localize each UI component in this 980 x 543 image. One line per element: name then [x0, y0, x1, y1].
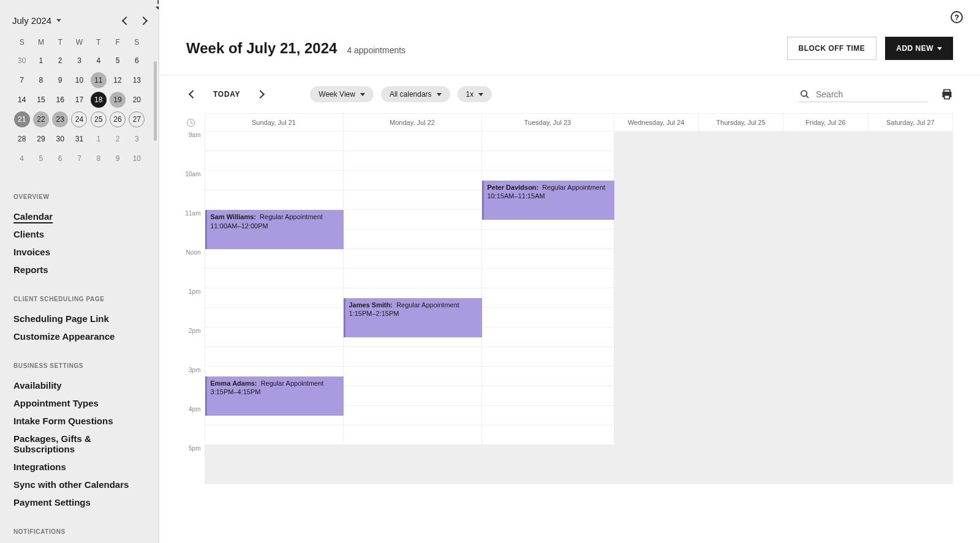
- time-slot[interactable]: [698, 367, 783, 386]
- time-slot[interactable]: [343, 406, 481, 425]
- time-slot[interactable]: [343, 445, 481, 465]
- time-slot[interactable]: [205, 465, 343, 484]
- time-slot[interactable]: [868, 171, 952, 190]
- mini-day[interactable]: 14: [14, 92, 30, 108]
- mini-day[interactable]: 10: [129, 151, 145, 167]
- nav-item-integrations[interactable]: Integrations: [13, 458, 145, 476]
- time-slot[interactable]: [698, 132, 783, 151]
- time-slot[interactable]: [868, 308, 952, 328]
- time-slot[interactable]: [614, 190, 698, 210]
- time-slot[interactable]: [614, 406, 698, 425]
- time-slot[interactable]: [698, 210, 783, 230]
- time-slot[interactable]: [868, 367, 952, 386]
- nav-item-appointment-types[interactable]: Appointment Types: [13, 394, 145, 412]
- mini-day[interactable]: 4: [14, 151, 30, 167]
- mini-day[interactable]: 25: [91, 111, 107, 127]
- time-slot[interactable]: [614, 132, 698, 151]
- time-slot[interactable]: [698, 347, 783, 367]
- today-button[interactable]: TODAY: [206, 90, 247, 99]
- month-selector[interactable]: July 2024: [12, 15, 61, 26]
- next-month-button[interactable]: [139, 16, 148, 24]
- time-slot[interactable]: [783, 190, 868, 210]
- time-slot[interactable]: [205, 308, 343, 328]
- time-slot[interactable]: [614, 269, 698, 288]
- time-slot[interactable]: [205, 249, 343, 269]
- add-new-button[interactable]: ADD NEW: [885, 37, 953, 60]
- mini-day[interactable]: 17: [71, 92, 87, 108]
- time-slot[interactable]: [343, 269, 481, 288]
- time-slot[interactable]: [868, 230, 952, 249]
- time-slot[interactable]: [783, 132, 868, 151]
- time-slot[interactable]: [481, 328, 614, 347]
- time-slot[interactable]: [343, 249, 481, 269]
- time-slot[interactable]: [698, 445, 783, 465]
- mini-day[interactable]: 15: [33, 92, 49, 108]
- time-slot[interactable]: [614, 308, 698, 328]
- time-slot[interactable]: [343, 230, 481, 249]
- time-slot[interactable]: [868, 425, 952, 445]
- mini-day[interactable]: 12: [110, 72, 126, 88]
- time-slot[interactable]: [783, 308, 868, 328]
- time-slot[interactable]: [343, 308, 481, 328]
- time-slot[interactable]: [783, 269, 868, 288]
- time-slot[interactable]: [481, 445, 614, 465]
- time-slot[interactable]: [481, 386, 614, 406]
- time-slot[interactable]: [343, 190, 481, 210]
- time-slot[interactable]: [481, 249, 614, 269]
- nav-item-intake-form-questions[interactable]: Intake Form Questions: [13, 412, 145, 430]
- time-slot[interactable]: [783, 386, 868, 406]
- prev-week-button[interactable]: [186, 85, 200, 103]
- mini-day[interactable]: 18: [91, 92, 107, 108]
- time-slot[interactable]: [868, 347, 952, 367]
- time-slot[interactable]: [868, 406, 952, 425]
- time-slot[interactable]: [783, 249, 868, 269]
- time-slot[interactable]: [205, 230, 343, 249]
- view-pill-1[interactable]: All calendars: [381, 86, 450, 102]
- mini-day[interactable]: 4: [91, 53, 107, 69]
- time-slot[interactable]: Peter Davidson: Regular Appointment10:15…: [481, 171, 614, 190]
- time-slot[interactable]: [783, 230, 868, 249]
- time-slot[interactable]: [205, 171, 343, 190]
- time-slot[interactable]: [205, 328, 343, 347]
- time-slot[interactable]: [614, 210, 698, 230]
- block-off-time-button[interactable]: BLOCK OFF TIME: [787, 37, 877, 60]
- time-slot[interactable]: [783, 328, 868, 347]
- time-slot[interactable]: [205, 151, 343, 171]
- help-button[interactable]: ?: [951, 11, 963, 23]
- nav-item-customize-appearance[interactable]: Customize Appearance: [13, 328, 145, 345]
- time-slot[interactable]: [343, 328, 481, 347]
- mini-day[interactable]: 26: [110, 111, 126, 127]
- time-slot[interactable]: [481, 269, 614, 288]
- time-slot[interactable]: [343, 132, 481, 151]
- time-slot[interactable]: [868, 249, 952, 269]
- time-slot[interactable]: [868, 465, 952, 484]
- time-slot[interactable]: [698, 406, 783, 425]
- time-slot[interactable]: [343, 151, 481, 171]
- mini-day[interactable]: 7: [71, 151, 87, 167]
- time-slot[interactable]: [205, 190, 343, 210]
- mini-day[interactable]: 8: [33, 72, 49, 88]
- mini-day[interactable]: 9: [52, 72, 68, 88]
- time-slot[interactable]: [614, 465, 698, 484]
- time-slot[interactable]: [343, 465, 481, 484]
- mini-day[interactable]: 19: [110, 92, 126, 108]
- search-input[interactable]: [816, 89, 926, 99]
- time-slot[interactable]: [698, 328, 783, 347]
- time-slot[interactable]: [343, 171, 481, 190]
- search-box[interactable]: [799, 87, 927, 102]
- time-slot[interactable]: [481, 465, 614, 484]
- time-slot[interactable]: [343, 347, 481, 367]
- time-slot[interactable]: [783, 210, 868, 230]
- time-slot[interactable]: [614, 171, 698, 190]
- time-slot[interactable]: [698, 425, 783, 445]
- time-slot[interactable]: [698, 230, 783, 249]
- time-slot[interactable]: [698, 249, 783, 269]
- mini-day[interactable]: 11: [91, 72, 107, 88]
- time-slot[interactable]: [481, 210, 614, 230]
- mini-day[interactable]: 2: [110, 131, 126, 147]
- mini-day[interactable]: 23: [52, 111, 68, 127]
- sidebar-resize-handle[interactable]: [154, 0, 159, 11]
- time-slot[interactable]: [783, 406, 868, 425]
- time-slot[interactable]: [783, 151, 868, 171]
- print-icon[interactable]: [941, 88, 953, 100]
